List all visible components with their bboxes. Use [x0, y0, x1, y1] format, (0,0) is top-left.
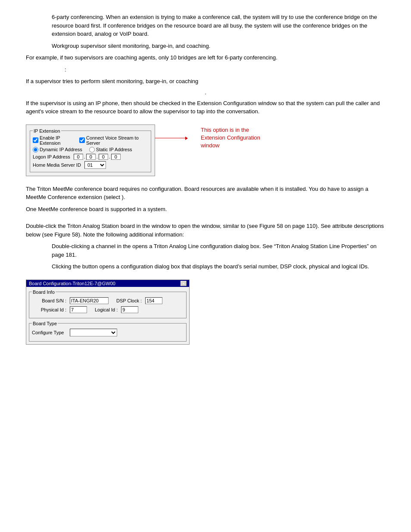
- annotation-line2: Extension Configuration: [201, 134, 260, 142]
- clock-label: DSP Clock :: [116, 298, 142, 303]
- meetme-text: One MeetMe conference board is supported…: [26, 206, 167, 212]
- double-click-text1: Double-click the Triton Analog Station b…: [26, 223, 150, 229]
- logical-input[interactable]: [121, 306, 138, 313]
- board-sn-input[interactable]: [70, 297, 109, 304]
- p7-text: If the supervisor is using an IP phone, …: [26, 100, 132, 106]
- board-type-group: Board Type Configure Type: [29, 321, 187, 342]
- meetme-support-para: One MeetMe conference board is supported…: [26, 205, 385, 214]
- page-content: 6-party conferencing. When an extension …: [26, 13, 385, 345]
- board-sn-row: Board S/N : DSP Clock :: [32, 297, 184, 304]
- static-ip-label: Static IP Address: [89, 147, 132, 152]
- triton-text1: The Triton MeetMe conference board requi…: [26, 186, 368, 201]
- home-media-select[interactable]: 01: [84, 161, 106, 169]
- p5-text: If a supervisor tries to perform silent …: [26, 78, 198, 84]
- static-ip-radio[interactable]: [89, 147, 95, 152]
- configure-type-row: Configure Type: [32, 329, 184, 336]
- triton-meetme-para: The Triton MeetMe conference board requi…: [26, 185, 385, 202]
- annotation-line3: window: [201, 142, 260, 149]
- logon-ip-label: Logon IP Address: [33, 154, 70, 159]
- paragraph-colon: :: [65, 65, 385, 74]
- p3-text: For example, if two supervisors are coac…: [26, 54, 277, 61]
- double-click-para: Double-click the Triton Analog Station b…: [26, 222, 385, 239]
- ip-seg2[interactable]: [86, 154, 96, 160]
- ip-extension-row1: Enable IP Extension Connect Voice Stream…: [33, 135, 148, 146]
- enable-ip-checkbox[interactable]: [33, 137, 38, 143]
- info-para-2: Clicking the button opens a configuratio…: [52, 262, 385, 271]
- board-config-dialog: Board Configuration-Triton12E-7@GW00 × B…: [26, 280, 190, 345]
- double-click-text2: window to open the: [152, 223, 200, 229]
- paragraph-7: If the supervisor is using an IP phone, …: [26, 99, 385, 116]
- ip-extension-row2: Dynamic IP Address Static IP Address: [33, 147, 148, 152]
- home-media-row: Home Media Server ID 01: [33, 161, 148, 169]
- clock-input[interactable]: [145, 297, 162, 304]
- ip-seg3[interactable]: [99, 154, 108, 160]
- enable-ip-label: Enable IP Extension: [33, 135, 77, 146]
- info1-text1: Double-clicking a channel in the: [52, 243, 131, 249]
- paragraph-1: 6-party conferencing. When an extension …: [52, 13, 385, 38]
- paragraph-2: Workgroup supervisor silent monitoring, …: [52, 42, 385, 50]
- physical-input[interactable]: [70, 306, 87, 313]
- connect-voice-checkbox[interactable]: [79, 137, 85, 143]
- p4-text: :: [65, 66, 66, 73]
- board-info-legend: Board Info: [32, 289, 56, 295]
- logon-ip-row: Logon IP Address . . .: [33, 154, 148, 160]
- logical-label: Logical Id :: [95, 307, 118, 312]
- ip-dialog-section: IP Extension Enable IP Extension Connect…: [26, 124, 385, 176]
- annotation-container: This option is in the Extension Configur…: [155, 124, 260, 150]
- paragraph-dot: .: [26, 89, 385, 96]
- paragraph-3: For example, if two supervisors are coac…: [26, 53, 385, 62]
- ip-extension-legend: IP Extension: [33, 128, 61, 134]
- annotation-arrow: [155, 137, 188, 140]
- connect-voice-label: Connect Voice Stream to Server: [79, 135, 146, 146]
- board-id-row: Physical Id : Logical Id :: [32, 306, 184, 313]
- board-dialog-section: Board Configuration-Triton12E-7@GW00 × B…: [26, 280, 385, 345]
- physical-label: Physical Id :: [32, 307, 66, 312]
- triton-text2: ).: [122, 194, 125, 200]
- board-type-legend: Board Type: [32, 321, 58, 326]
- board-close-button[interactable]: ×: [181, 281, 187, 286]
- dynamic-ip-radio[interactable]: [33, 147, 38, 152]
- arrow-head: [185, 137, 188, 140]
- p2-text: Workgroup supervisor silent monitoring, …: [52, 43, 210, 49]
- home-media-label: Home Media Server ID: [33, 162, 81, 168]
- board-info-group: Board Info Board S/N : DSP Clock : Physi…: [29, 289, 187, 318]
- annotation-text-box: This option is in the Extension Configur…: [201, 124, 260, 150]
- annotation-line1: This option is in the: [201, 126, 260, 134]
- info2-text1: Clicking the: [52, 263, 81, 270]
- board-title-text: Board Configuration-Triton12E-7@GW00: [29, 281, 115, 286]
- p1-text: 6-party conferencing. When an extension …: [52, 14, 377, 37]
- board-sn-label: Board S/N :: [32, 298, 66, 303]
- ip-extension-group: IP Extension Enable IP Extension Connect…: [30, 128, 151, 172]
- paragraph-5: If a supervisor tries to perform silent …: [26, 77, 385, 86]
- info-para-1: Double-clicking a channel in the opens a…: [52, 242, 385, 259]
- board-title-bar: Board Configuration-Triton12E-7@GW00 ×: [26, 280, 189, 287]
- configure-type-label: Configure Type: [32, 330, 64, 335]
- configure-type-select[interactable]: [70, 329, 117, 336]
- dynamic-ip-label: Dynamic IP Address: [33, 147, 82, 152]
- arrow-line: [155, 138, 185, 138]
- info2-text2: button opens a configuration dialog box …: [82, 263, 369, 270]
- ip-seg1[interactable]: [74, 154, 83, 160]
- p6-text: .: [205, 89, 206, 96]
- ip-address-field: . . .: [74, 154, 121, 160]
- ip-seg4[interactable]: [111, 154, 121, 160]
- ip-extension-dialog: IP Extension Enable IP Extension Connect…: [26, 124, 155, 176]
